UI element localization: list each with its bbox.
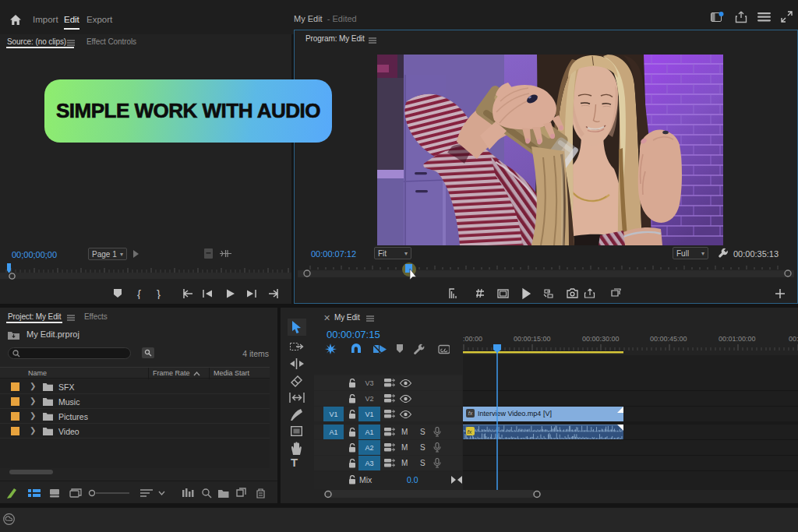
svg-text:{: { xyxy=(137,288,141,299)
svg-text:fx: fx xyxy=(468,428,472,435)
svg-text:}: } xyxy=(157,288,161,299)
